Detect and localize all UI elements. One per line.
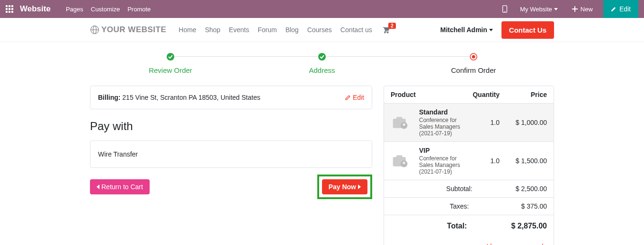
product-name: Standard [419,108,466,116]
check-circle-icon [318,52,326,61]
checkout-steps: Review Order Address Confirm Order [90,52,554,74]
product-image-placeholder-icon [391,154,411,168]
apps-icon[interactable] [6,5,13,13]
mobile-preview-icon[interactable] [498,0,511,18]
step-label: Confirm Order [398,66,549,74]
svg-rect-1 [9,5,10,7]
step-label: Review Order [95,66,246,74]
taxes-value: $ 375.00 [500,202,547,210]
summary-header-price: Price [500,91,547,98]
subtotal-row: Subtotal: $ 2,500.00 [384,180,554,197]
subtotal-label: Subtotal: [391,185,500,192]
chevron-down-icon [489,29,493,31]
pay-now-button[interactable]: Pay Now [322,179,367,194]
website-selector[interactable]: My Website [516,0,562,18]
svg-rect-24 [403,123,404,126]
nav-home[interactable]: Home [179,26,196,34]
product-qty: 1.0 [466,119,500,126]
summary-header-qty: Quantity [466,91,500,98]
site-logo-text: YOUR WEBSITE [101,25,166,35]
product-image-placeholder-icon [391,115,411,130]
check-circle-icon [166,52,175,61]
step-address[interactable]: Address [246,52,398,74]
top-menu-promote[interactable]: Promote [127,6,151,13]
product-price: $ 1,000.00 [500,119,547,126]
svg-rect-7 [9,11,10,13]
site-logo[interactable]: YOUR WEBSITE [90,25,166,35]
svg-rect-5 [11,8,13,10]
summary-item: VIP Conference for Sales Managers (2021-… [384,141,554,180]
site-header: YOUR WEBSITE Home Shop Events Forum Blog… [0,18,644,42]
billing-label: Billing: [98,94,120,101]
svg-point-16 [167,53,174,61]
cart-badge: 2 [388,23,396,29]
svg-point-17 [318,53,326,61]
radio-current-icon [469,52,478,61]
svg-rect-6 [6,11,8,13]
svg-rect-12 [572,9,578,9]
return-to-cart-label: Return to Cart [101,183,143,191]
summary-item: Standard Conference for Sales Managers (… [384,103,554,141]
app-topbar: Website Pages Customize Promote My Websi… [0,0,644,18]
new-button[interactable]: New [566,0,599,18]
svg-rect-3 [6,8,8,10]
app-brand[interactable]: Website [20,4,51,14]
website-selector-label: My Website [520,6,552,13]
billing-text: Billing: 215 Vine St, Scranton PA 18503,… [98,94,260,101]
product-qty: 1.0 [466,157,500,165]
step-review-order[interactable]: Review Order [95,52,246,74]
svg-rect-26 [396,155,402,158]
nav-shop[interactable]: Shop [205,26,221,34]
new-button-label: New [581,6,593,13]
return-to-cart-button[interactable]: Return to Cart [90,179,150,194]
edit-button-label: Edit [619,5,631,13]
step-confirm-order: Confirm Order [398,52,549,74]
subtotal-value: $ 2,500.00 [500,185,547,192]
step-label: Address [246,66,398,74]
chevron-left-icon [97,184,99,189]
top-menu-customize[interactable]: Customize [91,6,120,13]
user-name: Mitchell Admin [440,26,487,34]
payment-option-wire-transfer[interactable]: Wire Transfer [90,140,372,168]
svg-rect-4 [9,8,10,10]
chevron-right-icon [358,184,361,189]
order-summary: Product Quantity Price Standard Conferen… [384,86,554,245]
taxes-label: Taxes: [391,202,500,210]
total-row: Total: $ 2,875.00 [384,215,554,240]
product-name: VIP [419,147,466,154]
product-desc: Conference for Sales Managers (2021-07-1… [419,155,466,175]
product-desc: Conference for Sales Managers (2021-07-1… [419,117,466,137]
nav-forum[interactable]: Forum [258,26,277,34]
taxes-row: Taxes: $ 375.00 [384,197,554,215]
nav-events[interactable]: Events [229,26,249,34]
edit-button[interactable]: Edit [603,0,638,18]
billing-address: 215 Vine St, Scranton PA 18503, United S… [122,94,260,101]
edit-billing-label: Edit [353,94,364,101]
svg-rect-8 [11,11,13,13]
svg-rect-29 [403,162,404,164]
cart-link[interactable]: 2 [382,26,390,34]
svg-rect-21 [396,117,402,119]
total-label: Total: [391,222,495,230]
product-price: $ 1,500.00 [500,157,547,165]
chevron-down-icon [554,8,558,10]
nav-blog[interactable]: Blog [286,26,299,34]
billing-card: Billing: 215 Vine St, Scranton PA 18503,… [90,86,372,109]
edit-billing-link[interactable]: Edit [345,94,364,101]
svg-rect-2 [11,5,13,7]
total-value: $ 2,875.00 [495,222,547,230]
top-menu-pages[interactable]: Pages [66,6,83,13]
pay-now-highlight: Pay Now [317,175,372,199]
pay-now-label: Pay Now [329,183,356,191]
svg-rect-0 [6,5,8,7]
nav-contact[interactable]: Contact us [340,26,372,34]
pay-with-title: Pay with [90,120,372,133]
nav-courses[interactable]: Courses [307,26,332,34]
summary-header-product: Product [391,91,466,98]
payment-option-label: Wire Transfer [98,150,138,158]
svg-point-19 [472,55,475,59]
promo-code-link[interactable]: I have a promo code [384,240,554,245]
user-dropdown[interactable]: Mitchell Admin [440,26,493,34]
contact-us-button[interactable]: Contact Us [501,21,554,39]
